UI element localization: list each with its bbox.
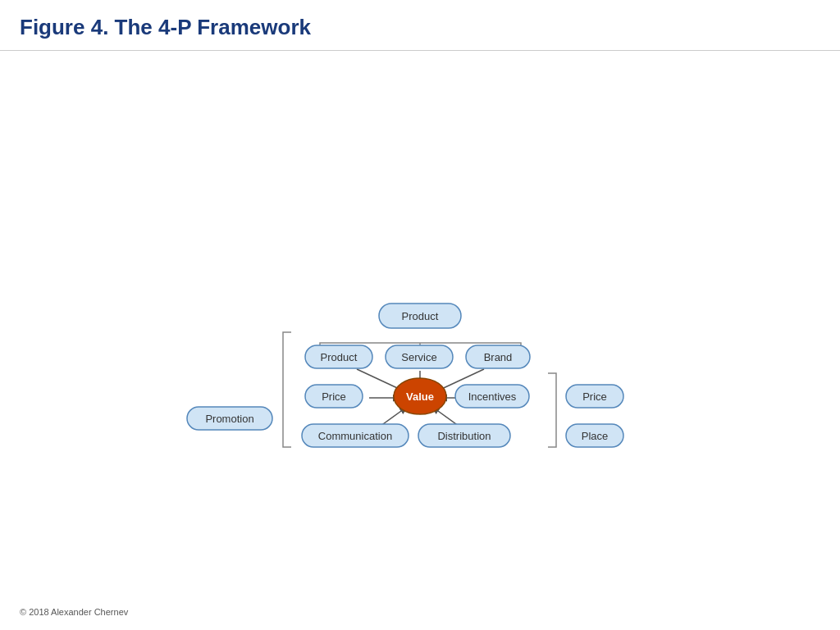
value-label: Value — [406, 390, 434, 403]
distribution-label: Distribution — [437, 430, 491, 442]
price-right-label: Price — [582, 390, 607, 403]
product-top-label: Product — [402, 310, 439, 322]
service-label: Service — [401, 351, 436, 363]
copyright-text: © 2018 Alexander Chernev — [20, 607, 128, 617]
footer: © 2018 Alexander Chernev — [20, 607, 128, 617]
diagram-area: Product Product Service Brand Price Valu… — [0, 66, 840, 607]
brand-label: Brand — [484, 351, 513, 363]
communication-label: Communication — [318, 430, 392, 442]
product-label: Product — [321, 351, 358, 363]
page-title: Figure 4. The 4-P Framework — [20, 15, 820, 40]
incentives-label: Incentives — [468, 390, 517, 403]
price-left-label: Price — [322, 390, 346, 403]
place-label: Place — [582, 430, 609, 442]
promotion-label: Promotion — [205, 413, 253, 425]
page-header: Figure 4. The 4-P Framework — [0, 0, 840, 51]
